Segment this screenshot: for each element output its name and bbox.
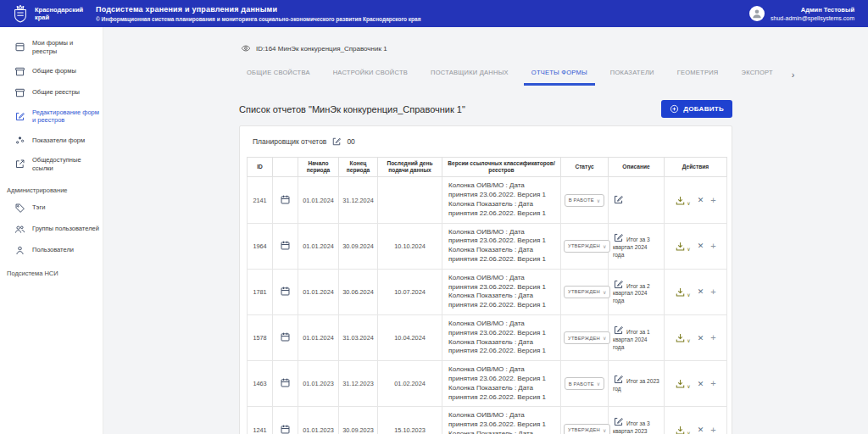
- cell-status: УТВЕРЖДЕН∨: [561, 269, 609, 314]
- tab[interactable]: НАСТРОЙКИ СВОЙСТВ: [326, 63, 415, 86]
- sidebar-item-label: Группы пользователей: [32, 225, 99, 233]
- status-select[interactable]: УТВЕРЖДЕН∨: [564, 286, 610, 298]
- sidebar-item[interactable]: Мои формы и реестры: [0, 34, 103, 61]
- tab[interactable]: ОТЧЕТЫ ФОРМЫ: [524, 63, 595, 86]
- sidebar-item[interactable]: Общие формы: [0, 61, 103, 82]
- cell-calendar: [273, 269, 298, 314]
- sidebar-item[interactable]: Пользователи: [0, 240, 103, 261]
- calendar-icon[interactable]: [280, 377, 291, 388]
- download-button[interactable]: ∨: [675, 195, 690, 206]
- chevron-down-icon: ∨: [603, 335, 607, 341]
- tabs-bar: ОБЩИЕ СВОЙСТВАНАСТРОЙКИ СВОЙСТВПОСТАВЩИК…: [239, 63, 768, 86]
- sidebar-item[interactable]: Общедоступные ссылки: [0, 151, 103, 178]
- cell-deadline: 15.10.2023: [378, 407, 442, 434]
- sidebar-item[interactable]: Редактирование форм и реестров: [0, 103, 103, 131]
- edit-icon[interactable]: [331, 136, 342, 147]
- status-label: В РАБОТЕ: [569, 198, 594, 203]
- tab[interactable]: ПОСТАВЩИКИ ДАННЫХ: [423, 63, 516, 86]
- cell-period-end: 31.12.2024: [339, 177, 378, 223]
- cell-status: В РАБОТЕ∨: [561, 361, 609, 407]
- status-select[interactable]: В РАБОТЕ∨: [565, 194, 605, 207]
- chevron-right-icon[interactable]: ›: [788, 70, 798, 80]
- cell-period-start: 01.01.2024: [298, 223, 339, 269]
- cell-status: УТВЕРЖДЕН∨: [561, 223, 609, 269]
- edit-icon[interactable]: [613, 416, 624, 427]
- edit-icon[interactable]: [613, 232, 624, 243]
- calendar-icon[interactable]: [280, 331, 291, 342]
- cell-period-end: 30.06.2024: [339, 269, 378, 314]
- page-title: Список отчетов "МинЭк конкуренция_Справо…: [239, 104, 465, 114]
- status-select[interactable]: УТВЕРЖДЕН∨: [564, 331, 610, 344]
- column-header: Версии ссылочных классификаторов/реестро…: [442, 158, 561, 177]
- cell-actions: ∨✕+: [665, 177, 727, 223]
- cell-status: УТВЕРЖДЕН∨: [561, 407, 609, 434]
- add-row-button[interactable]: +: [710, 196, 715, 205]
- status-select[interactable]: УТВЕРЖДЕН∨: [564, 240, 610, 253]
- cell-description: Итог за 2 квартал 2024 года: [609, 269, 665, 314]
- calendar-icon[interactable]: [280, 286, 291, 297]
- download-button[interactable]: ∨: [675, 287, 690, 298]
- status-label: УТВЕРЖДЕН: [568, 427, 600, 432]
- tab[interactable]: ГЕОМЕТРИЯ: [670, 63, 726, 86]
- delete-button[interactable]: ✕: [698, 334, 704, 342]
- status-select[interactable]: УТВЕРЖДЕН∨: [564, 424, 610, 434]
- cell-deadline: 01.02.2024: [378, 361, 442, 407]
- calendar-icon[interactable]: [280, 194, 291, 205]
- download-button[interactable]: ∨: [675, 332, 690, 343]
- status-label: В РАБОТЕ: [569, 381, 594, 387]
- add-button-label: ДОБАВИТЬ: [683, 105, 724, 113]
- add-row-button[interactable]: +: [710, 333, 715, 342]
- tab[interactable]: ПОКАЗАТЕЛИ: [603, 63, 662, 86]
- delete-button[interactable]: ✕: [698, 426, 704, 434]
- chevron-down-icon: ∨: [597, 198, 601, 203]
- add-row-button[interactable]: +: [710, 379, 715, 388]
- calendar-icon[interactable]: [280, 240, 291, 251]
- avatar: [749, 6, 765, 21]
- cell-period-end: 30.09.2024: [339, 223, 378, 269]
- edit-icon[interactable]: [613, 325, 624, 336]
- user-menu[interactable]: Админ Тестовый shud-admin@spellsystems.c…: [749, 6, 854, 21]
- chevron-down-icon: ∨: [603, 427, 607, 433]
- download-button[interactable]: ∨: [675, 378, 690, 389]
- sidebar-item[interactable]: Общие реестры: [0, 82, 103, 103]
- reports-table: IDНачало периодаКонец периодаПоследний д…: [247, 157, 727, 434]
- tab[interactable]: ЭКСПОРТ: [734, 63, 781, 86]
- delete-button[interactable]: ✕: [698, 287, 704, 296]
- sidebar-item[interactable]: Показатели форм: [0, 130, 103, 151]
- krasnodar-crest-icon: [11, 3, 30, 24]
- delete-button[interactable]: ✕: [698, 242, 704, 250]
- delete-button[interactable]: ✕: [698, 380, 704, 388]
- eye-icon[interactable]: [241, 43, 251, 53]
- column-header: [273, 158, 298, 177]
- calendar-icon[interactable]: [280, 424, 291, 434]
- chevron-down-icon: ∨: [603, 289, 607, 295]
- tab[interactable]: ОБЩИЕ СВОЙСТВА: [239, 63, 318, 86]
- cell-description: [609, 177, 665, 223]
- status-select[interactable]: В РАБОТЕ∨: [565, 377, 605, 390]
- cell-versions: Колонка ОИВ/МО : Дата принятия 23.06.202…: [442, 361, 561, 407]
- download-button[interactable]: ∨: [675, 425, 690, 434]
- cell-deadline: [378, 177, 442, 223]
- cell-period-end: 31.03.2024: [339, 315, 378, 361]
- add-row-button[interactable]: +: [710, 242, 715, 251]
- sidebar-item[interactable]: Группы пользователей: [0, 219, 103, 240]
- cell-deadline: 10.04.2024: [378, 315, 442, 361]
- edit-icon[interactable]: [613, 194, 624, 205]
- download-button[interactable]: ∨: [675, 241, 690, 252]
- add-button[interactable]: ДОБАВИТЬ: [661, 100, 732, 118]
- version-entry: Колонка ОИВ/МО : Дата принятия 23.06.202…: [448, 228, 554, 247]
- edit-icon[interactable]: [613, 374, 624, 385]
- cell-actions: ∨✕+: [665, 315, 727, 361]
- sidebar-item[interactable]: Тэги: [0, 198, 103, 219]
- cell-calendar: [273, 177, 298, 223]
- edit-icon[interactable]: [613, 279, 624, 290]
- sidebar-item-label: Общие формы: [32, 67, 76, 75]
- delete-button[interactable]: ✕: [698, 196, 704, 204]
- cell-period-start: 01.01.2024: [298, 269, 339, 314]
- add-row-button[interactable]: +: [710, 426, 715, 434]
- table-icon: [14, 42, 25, 53]
- reports-card: Планировщик отчетов 00 IDНачало периодаК…: [239, 125, 732, 434]
- add-row-button[interactable]: +: [710, 287, 715, 297]
- user-email: shud-admin@spellsystems.com: [771, 15, 854, 21]
- cell-description: Итог за 2023 год: [609, 361, 665, 407]
